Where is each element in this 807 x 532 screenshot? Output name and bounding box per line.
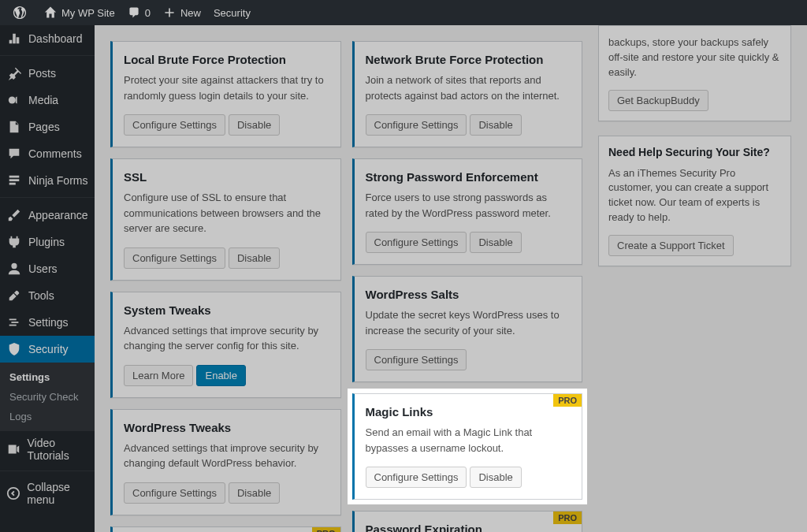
tools-icon bbox=[6, 288, 22, 303]
configure-button[interactable]: Configure Settings bbox=[366, 467, 467, 488]
pro-badge: PRO bbox=[553, 394, 582, 407]
create-support-ticket-button[interactable]: Create a Support Ticket bbox=[608, 235, 734, 256]
card-desc: Configure use of SSL to ensure that comm… bbox=[124, 190, 329, 236]
sidebar-item-label: Media bbox=[28, 94, 58, 106]
admin-sidebar: Dashboard Posts Media Pages Comments Nin… bbox=[0, 25, 95, 532]
get-backupbuddy-button[interactable]: Get BackupBuddy bbox=[608, 90, 708, 111]
card-magic-links: PROMagic LinksSend an email with a Magic… bbox=[352, 393, 583, 500]
card-title: Network Brute Force Protection bbox=[366, 53, 571, 66]
sidebar-item-label: Ninja Forms bbox=[28, 174, 87, 187]
sidebar-item-dashboard[interactable]: Dashboard bbox=[0, 25, 95, 52]
card-desc: Advanced settings that improve security … bbox=[124, 323, 329, 354]
disable-button[interactable]: Disable bbox=[470, 232, 521, 253]
card-title: Password Expiration bbox=[366, 523, 571, 532]
content-area: Local Brute Force ProtectionProtect your… bbox=[95, 25, 807, 532]
disable-button[interactable]: Disable bbox=[229, 482, 280, 504]
card-title: System Tweaks bbox=[124, 303, 329, 317]
security-label: Security bbox=[214, 7, 251, 19]
help-box: Need Help Securing Your Site? As an iThe… bbox=[598, 136, 791, 266]
sidebar-item-label: Collapse menu bbox=[27, 481, 95, 506]
card-desc: Update the secret keys WordPress uses to… bbox=[366, 307, 571, 338]
card-password-expiration: PROPassword ExpirationStrengthen the pas… bbox=[352, 511, 583, 532]
comment-icon bbox=[6, 146, 22, 162]
sidebar-item-security[interactable]: Security bbox=[0, 336, 95, 363]
card-wordpress-salts: WordPress SaltsUpdate the secret keys Wo… bbox=[352, 276, 583, 382]
configure-button[interactable]: Configure Settings bbox=[366, 232, 467, 253]
site-link[interactable]: My WP Site bbox=[38, 0, 121, 25]
configure-button[interactable]: Configure Settings bbox=[366, 349, 467, 370]
configure-button[interactable]: Configure Settings bbox=[124, 482, 225, 504]
sidebar-item-posts[interactable]: Posts bbox=[0, 60, 95, 87]
submenu-item-logs[interactable]: Logs bbox=[0, 407, 95, 426]
comments-link[interactable]: 0 bbox=[121, 0, 157, 25]
svg-rect-2 bbox=[9, 319, 17, 321]
card-title: Magic Links bbox=[366, 405, 571, 419]
disable-button[interactable]: Disable bbox=[470, 467, 521, 488]
card-desc: Send an email with a Magic Link that byp… bbox=[366, 425, 571, 456]
svg-point-1 bbox=[11, 263, 17, 269]
pro-badge: PRO bbox=[553, 512, 582, 524]
wp-logo[interactable] bbox=[6, 0, 38, 25]
site-name: My WP Site bbox=[61, 7, 115, 19]
sidebar-item-label: Security bbox=[28, 343, 69, 355]
sidebar-item-pages[interactable]: Pages bbox=[0, 113, 95, 140]
sidebar-item-label: Posts bbox=[28, 67, 56, 80]
disable-button[interactable]: Disable bbox=[229, 114, 280, 136]
sidebar-item-appearance[interactable]: Appearance bbox=[0, 202, 95, 229]
sidebar-item-tools[interactable]: Tools bbox=[0, 282, 95, 309]
sidebar-item-video-tutorials[interactable]: Video Tutorials bbox=[0, 431, 95, 467]
card-desc: Force users to use strong passwords as r… bbox=[366, 190, 571, 221]
card-title: Strong Password Enforcement bbox=[366, 170, 571, 184]
help-box-desc: As an iThemes Security Pro customer, you… bbox=[608, 166, 781, 225]
card-wordpress-tweaks: WordPress TweaksAdvanced settings that i… bbox=[110, 409, 341, 515]
help-box-title: Need Help Securing Your Site? bbox=[608, 146, 781, 158]
dashboard-icon bbox=[6, 31, 22, 47]
sidebar-item-label: Comments bbox=[28, 147, 82, 160]
sidebar-item-plugins[interactable]: Plugins bbox=[0, 229, 95, 255]
sidebar-item-label: Appearance bbox=[28, 209, 88, 221]
sidebar-item-comments[interactable]: Comments bbox=[0, 140, 95, 167]
card-strong-password-enforcement: Strong Password EnforcementForce users t… bbox=[352, 158, 583, 265]
submenu-item-settings[interactable]: Settings bbox=[0, 367, 95, 387]
sidebar-item-media[interactable]: Media bbox=[0, 87, 95, 113]
card-title: Local Brute Force Protection bbox=[124, 53, 329, 66]
disable-button[interactable]: Disable bbox=[229, 247, 280, 269]
comments-count: 0 bbox=[145, 7, 151, 19]
sidebar-item-label: Pages bbox=[28, 121, 60, 133]
configure-button[interactable]: Configure Settings bbox=[124, 114, 225, 136]
sidebar-item-ninja-forms[interactable]: Ninja Forms bbox=[0, 167, 95, 194]
sidebar-item-label: Users bbox=[28, 262, 58, 275]
sidebar-item-settings[interactable]: Settings bbox=[0, 309, 95, 336]
video-icon bbox=[6, 441, 21, 457]
enable-button[interactable]: Enable bbox=[196, 365, 245, 386]
learn_more-button[interactable]: Learn More bbox=[124, 365, 193, 386]
comment-icon bbox=[128, 6, 140, 19]
sidebar-item-label: Dashboard bbox=[28, 32, 83, 45]
sidebar-item-label: Settings bbox=[28, 316, 69, 329]
shield-icon bbox=[6, 341, 22, 357]
new-label: New bbox=[180, 7, 201, 19]
backup-box-desc: backups, store your backups safely off-s… bbox=[608, 35, 781, 80]
card-desc: Protect your site against attackers that… bbox=[124, 73, 329, 103]
collapse-menu[interactable]: Collapse menu bbox=[0, 475, 95, 512]
settings-icon bbox=[6, 314, 22, 330]
new-link[interactable]: New bbox=[157, 0, 207, 25]
submenu-item-security-check[interactable]: Security Check bbox=[0, 387, 95, 407]
plugin-icon bbox=[6, 234, 22, 250]
pro-badge: PRO bbox=[312, 527, 340, 533]
backup-box: backups, store your backups safely off-s… bbox=[598, 25, 791, 121]
sidebar-item-users[interactable]: Users bbox=[0, 255, 95, 282]
card-network-brute-force-protection: Network Brute Force ProtectionJoin a net… bbox=[352, 41, 583, 147]
configure-button[interactable]: Configure Settings bbox=[366, 114, 467, 136]
security-link[interactable]: Security bbox=[207, 0, 257, 25]
user-icon bbox=[6, 261, 22, 277]
configure-button[interactable]: Configure Settings bbox=[124, 247, 225, 269]
disable-button[interactable]: Disable bbox=[470, 114, 521, 136]
sidebar-item-label: Tools bbox=[28, 289, 54, 302]
home-icon bbox=[44, 6, 57, 19]
media-icon bbox=[6, 92, 22, 108]
admin-toolbar: My WP Site 0 New Security bbox=[0, 0, 807, 25]
plus-icon bbox=[163, 6, 176, 19]
card-malware-scan-scheduling: PROMalware Scan SchedulingProtect your s… bbox=[110, 526, 341, 533]
svg-rect-4 bbox=[9, 325, 17, 326]
